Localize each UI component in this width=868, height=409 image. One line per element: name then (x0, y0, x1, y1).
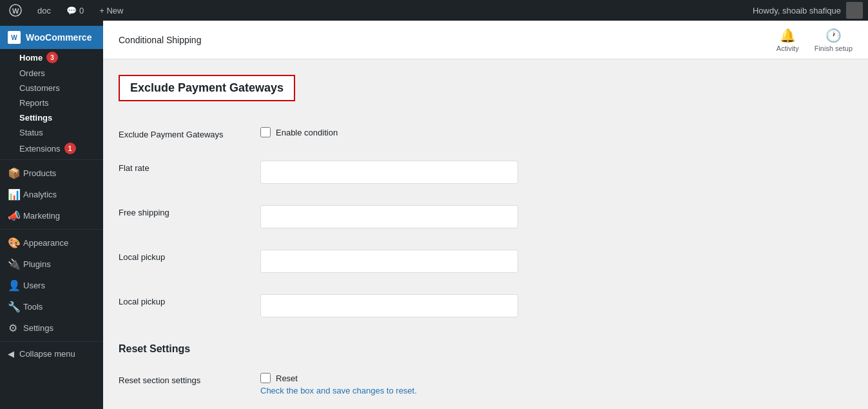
reset-checkbox[interactable] (260, 373, 271, 383)
admin-bar: W doc 💬 0 + New Howdy, shoaib shafique (0, 0, 868, 21)
svg-text:W: W (12, 7, 19, 15)
label-free-shipping: Free shipping (119, 205, 260, 217)
free-shipping-input[interactable] (260, 205, 518, 228)
finish-setup-button[interactable]: 🕐 Finish setup (815, 28, 853, 52)
enable-condition-checkbox[interactable] (260, 127, 271, 137)
label-local-pickup-1: Local pickup (119, 250, 260, 262)
sidebar-item-customers[interactable]: Customers (0, 81, 103, 95)
top-bar-actions: 🔔 Activity 🕐 Finish setup (776, 28, 853, 52)
label-reset-section: Reset section settings (119, 373, 260, 385)
page-title: Exclude Payment Gateways (130, 81, 284, 94)
flat-rate-input[interactable] (260, 161, 518, 184)
control-local-pickup-2 (260, 294, 853, 317)
sidebar-item-status[interactable]: Status (0, 125, 103, 140)
control-reset: Reset Check the box and save changes to … (260, 373, 853, 395)
activity-button[interactable]: 🔔 Activity (776, 28, 799, 52)
plugins-icon: 🔌 (8, 258, 18, 270)
sidebar-item-orders[interactable]: Orders (0, 66, 103, 81)
user-avatar (846, 2, 863, 19)
sidebar-item-reports[interactable]: Reports (0, 95, 103, 110)
control-flat-rate (260, 161, 853, 184)
label-local-pickup-2: Local pickup (119, 294, 260, 306)
content-area: Exclude Payment Gateways Exclude Payment… (103, 59, 868, 409)
sidebar-item-extensions[interactable]: Extensions 1 (0, 140, 103, 157)
finish-setup-icon: 🕐 (825, 28, 842, 43)
sidebar-item-home[interactable]: Home 3 (0, 49, 103, 66)
form-row-free-shipping: Free shipping (119, 195, 853, 239)
sidebar-item-users[interactable]: 👤 Users (0, 275, 103, 296)
form-row-flat-rate: Flat rate (119, 150, 853, 195)
sidebar-divider-2 (0, 229, 103, 230)
wp-logo-button[interactable]: W (5, 0, 26, 21)
howdy-text: Howdy, shoaib shafique (753, 6, 841, 15)
marketing-icon: 📣 (8, 210, 18, 222)
checkbox-row-reset: Reset (260, 373, 853, 383)
reset-form-section: Reset section settings Reset Check the b… (119, 363, 853, 406)
site-name[interactable]: doc (34, 0, 55, 21)
local-pickup-2-input[interactable] (260, 294, 518, 317)
woo-icon: W (8, 31, 21, 44)
extensions-badge: 1 (64, 143, 76, 154)
form-section: Exclude Payment Gateways Enable conditio… (119, 117, 853, 328)
enable-condition-label[interactable]: Enable condition (276, 128, 338, 137)
sidebar-item-analytics[interactable]: 📊 Analytics (0, 184, 103, 205)
tools-icon: 🔧 (8, 301, 18, 313)
checkbox-row-enable: Enable condition (260, 127, 853, 137)
local-pickup-1-input[interactable] (260, 250, 518, 273)
sidebar: W WooCommerce Home 3 Orders Customers Re… (0, 21, 103, 409)
appearance-icon: 🎨 (8, 237, 18, 249)
sidebar-item-marketing[interactable]: 📣 Marketing (0, 205, 103, 226)
settings-icon: ⚙ (8, 322, 18, 334)
page-title-box: Exclude Payment Gateways (119, 75, 295, 101)
form-row-enable-condition: Exclude Payment Gateways Enable conditio… (119, 117, 853, 150)
activity-icon: 🔔 (780, 28, 796, 43)
sidebar-item-plugins[interactable]: 🔌 Plugins (0, 254, 103, 275)
sidebar-item-products[interactable]: 📦 Products (0, 163, 103, 184)
sidebar-divider-1 (0, 159, 103, 160)
sidebar-item-tools[interactable]: 🔧 Tools (0, 296, 103, 317)
users-icon: 👤 (8, 279, 18, 292)
form-row-local-pickup-1: Local pickup (119, 239, 853, 284)
new-button[interactable]: + New (95, 0, 127, 21)
form-row-local-pickup-2: Local pickup (119, 284, 853, 328)
collapse-menu-button[interactable]: ◀ Collapse menu (0, 344, 103, 363)
control-enable-condition: Enable condition (260, 127, 853, 137)
sidebar-divider-3 (0, 341, 103, 342)
sidebar-item-appearance[interactable]: 🎨 Appearance (0, 232, 103, 254)
products-icon: 📦 (8, 167, 18, 179)
reset-checkbox-label[interactable]: Reset (276, 374, 298, 383)
comment-icon: 💬 (66, 6, 77, 15)
home-badge: 3 (46, 52, 58, 63)
control-local-pickup-1 (260, 250, 853, 273)
comments-button[interactable]: 💬 0 (63, 0, 88, 21)
label-flat-rate: Flat rate (119, 161, 260, 173)
form-row-reset: Reset section settings Reset Check the b… (119, 363, 853, 406)
control-free-shipping (260, 205, 853, 228)
reset-help-text: Check the box and save changes to reset. (260, 386, 853, 395)
collapse-icon: ◀ (8, 349, 14, 359)
analytics-icon: 📊 (8, 188, 18, 201)
top-bar: Conditional Shipping 🔔 Activity 🕐 Finish… (103, 21, 868, 59)
sidebar-item-settings-nav[interactable]: ⚙ Settings (0, 317, 103, 339)
label-enable-condition: Exclude Payment Gateways (119, 127, 260, 139)
reset-settings-heading: Reset Settings (119, 343, 853, 355)
sidebar-item-settings[interactable]: Settings (0, 110, 103, 125)
main-content: Conditional Shipping 🔔 Activity 🕐 Finish… (103, 21, 868, 409)
woocommerce-logo[interactable]: W WooCommerce (0, 26, 103, 49)
top-bar-title: Conditional Shipping (119, 35, 201, 45)
